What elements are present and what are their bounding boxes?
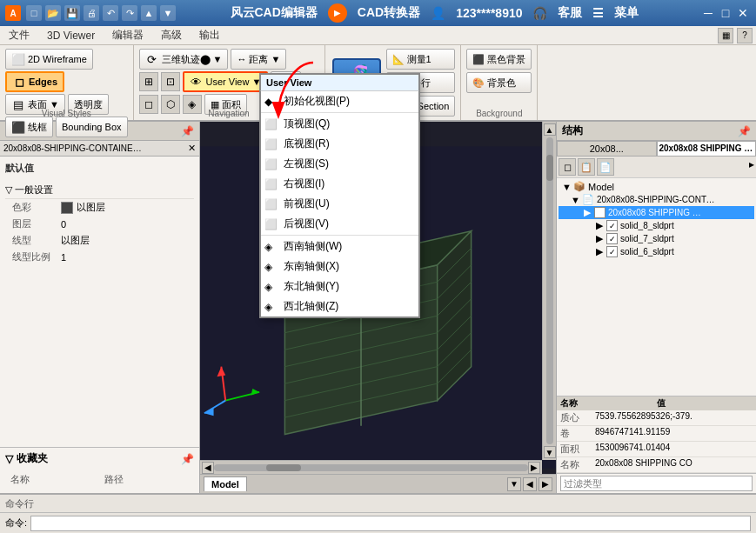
scroll-left-btn[interactable]: ◀	[202, 462, 214, 474]
btn-edges[interactable]: ◻ Edges	[5, 71, 64, 92]
view-item-ne[interactable]: ◈ 东北轴侧(Y)	[261, 276, 418, 296]
view-item-top[interactable]: ⬜ 顶视图(Q)	[261, 114, 418, 134]
scroll-down-btn[interactable]: ▼	[544, 446, 556, 458]
btn-3d-orbit[interactable]: ⟳ 三维轨迹⬤ ▼	[139, 49, 229, 70]
container-checkbox[interactable]: ✓	[594, 207, 605, 218]
btn-bounding-box[interactable]: Bounding Box	[56, 117, 128, 137]
up-icon[interactable]: ▲	[141, 5, 157, 21]
tree-tab-2[interactable]: 20x08x08 SHIPPING CONTAINER_st..	[657, 141, 757, 157]
open-icon[interactable]: 📂	[45, 5, 61, 21]
tree-node-solid7[interactable]: ▶ ✓ solid_7_sldprt	[559, 232, 754, 245]
expand-icon[interactable]: ▽	[5, 184, 12, 196]
tree-icon-expand[interactable]: ▸	[749, 158, 754, 176]
prop-linescale-label: 线型比例	[12, 250, 57, 263]
scroll-track[interactable]	[546, 137, 553, 444]
layout-icon[interactable]: ▦	[718, 28, 733, 43]
btn-bg-color[interactable]: 🎨 背景色	[466, 72, 532, 93]
tree-icon-3[interactable]: 📄	[597, 158, 614, 176]
btn-black-bg[interactable]: ⬛ 黑色背景	[466, 49, 532, 70]
filter-input[interactable]	[560, 476, 753, 491]
file-tab-close[interactable]: ✕	[188, 143, 196, 154]
view-item-se[interactable]: ◈ 东南轴侧(X)	[261, 257, 418, 276]
hscroll-track[interactable]	[214, 464, 528, 471]
vertical-scrollbar[interactable]: ▲ ▼	[542, 122, 556, 460]
minimize-button[interactable]: ─	[700, 5, 716, 21]
toolbar-group-visual-styles: ⬜ 2D Wireframe ◻ Edges ▤ 表面 ▼ 透明度 ⬛ 线框	[0, 45, 134, 120]
maximize-button[interactable]: □	[718, 5, 733, 21]
btn-distance[interactable]: ↔ 距离 ▼	[231, 49, 286, 70]
customer-service[interactable]: 客服	[558, 5, 582, 21]
nav-icon-1[interactable]: ⊞	[139, 72, 158, 91]
down-icon[interactable]: ▼	[160, 5, 176, 21]
nav-icon-2[interactable]: ⊡	[161, 72, 180, 91]
view-item-left[interactable]: ⬜ 左视图(S)	[261, 154, 418, 174]
btn-user-view[interactable]: 👁 User View ▼	[183, 71, 269, 92]
tree-node-model[interactable]: ▼ 📦 Model	[559, 180, 754, 193]
close-button[interactable]: ✕	[735, 5, 751, 21]
btn-measure1[interactable]: 📐 测量1	[386, 49, 456, 70]
user-id[interactable]: 123****8910	[456, 6, 522, 20]
view-item-right[interactable]: ⬜ 右视图(I)	[261, 174, 418, 194]
file-tab-name[interactable]: 20x08x08-SHIPPING-CONTAINER.stp	[3, 143, 143, 153]
new-icon[interactable]: □	[26, 5, 42, 21]
tree-node-file[interactable]: ▼ 📄 20x08x08-SHIPPING-CONTAINER.stp	[559, 193, 754, 206]
horizontal-scrollbar[interactable]: ◀ ▶	[200, 460, 542, 474]
color-icon: 🎨	[472, 77, 485, 89]
solid7-checkbox[interactable]: ✓	[606, 233, 618, 244]
file-expander[interactable]: ▼	[571, 195, 579, 205]
cad-converter-label[interactable]: CAD转换器	[358, 5, 420, 21]
view-item-nw[interactable]: ◈ 西北轴侧(Z)	[261, 296, 418, 316]
favorites-pin[interactable]: 📌	[181, 453, 194, 465]
dropdown-header: User View	[260, 74, 419, 91]
solid7-expander[interactable]: ▶	[595, 233, 604, 244]
scroll-up-btn[interactable]: ▲	[544, 123, 556, 136]
menu-bar: 文件 3D Viewer 编辑器 高级 输出 ▦ ?	[0, 26, 756, 45]
tree-node-solid6[interactable]: ▶ ✓ solid_6_sldprt	[559, 245, 754, 258]
wireframe-icon: ⬜	[11, 52, 25, 66]
tree-node-solid8[interactable]: ▶ ✓ solid_8_sldprt	[559, 219, 754, 232]
right-panel-pin[interactable]: 📌	[738, 125, 751, 137]
tab-scroll-left[interactable]: ◀	[523, 477, 537, 491]
model-expander[interactable]: ▼	[562, 182, 571, 192]
view-item-front[interactable]: ⬜ 前视图(U)	[261, 194, 418, 214]
menu-output[interactable]: 输出	[191, 26, 229, 44]
section-default-label: 默认值	[5, 160, 194, 177]
solid6-checkbox[interactable]: ✓	[606, 246, 618, 257]
favorites-expand-icon[interactable]: ▽	[5, 453, 13, 465]
print-icon[interactable]: 🖨	[84, 5, 99, 21]
tab-scroll-right[interactable]: ▶	[539, 477, 552, 491]
btn-2d-wireframe[interactable]: ⬜ 2D Wireframe	[5, 49, 93, 70]
menu-3dviewer[interactable]: 3D Viewer	[38, 28, 104, 43]
menu-file[interactable]: 文件	[0, 26, 38, 44]
save-icon[interactable]: 💾	[64, 5, 80, 21]
solid6-expander[interactable]: ▶	[595, 246, 604, 257]
file-icon: 📄	[582, 194, 594, 205]
solid8-checkbox[interactable]: ✓	[606, 220, 618, 231]
help-icon[interactable]: ?	[737, 28, 753, 43]
tree-icon-2[interactable]: 📋	[578, 158, 595, 176]
solid8-expander[interactable]: ▶	[595, 220, 604, 231]
tab-scroll-down[interactable]: ▼	[507, 477, 521, 491]
view-item-init[interactable]: ◆ 初始化视图(P)	[261, 91, 418, 111]
tree-node-container[interactable]: ▶ ✓ 20x08x08 SHIPPING CONTAINER_slc	[559, 206, 754, 219]
container-expander[interactable]: ▶	[583, 207, 592, 218]
tree-tab-1[interactable]: 20x08...	[557, 141, 657, 157]
view-item-back[interactable]: ⬜ 后视图(V)	[261, 214, 418, 234]
favorites-table: 名称 路径	[5, 470, 194, 490]
menu-advanced[interactable]: 高级	[152, 26, 191, 44]
left-panel-pin[interactable]: 📌	[181, 125, 194, 137]
hscroll-thumb[interactable]	[266, 464, 301, 471]
undo-icon[interactable]: ↶	[103, 5, 118, 21]
btn-wireframe[interactable]: ⬛ 线框	[5, 117, 53, 137]
view-item-sw[interactable]: ◈ 西南轴侧(W)	[261, 237, 418, 257]
model-tab[interactable]: Model	[204, 476, 247, 491]
redo-icon[interactable]: ↷	[122, 5, 137, 21]
menu-label[interactable]: 菜单	[614, 5, 639, 21]
view-item-bottom[interactable]: ⬜ 底视图(R)	[261, 134, 418, 154]
menu-editor[interactable]: 编辑器	[104, 26, 152, 44]
scroll-right-btn[interactable]: ▶	[528, 462, 540, 474]
tree-icon-1[interactable]: ◻	[559, 158, 576, 176]
command-input[interactable]	[30, 516, 751, 531]
prop-section-general: ▽ 一般设置 色彩 以图层 图层 0 线型 以图层 线型比例 1	[0, 180, 199, 267]
scroll-thumb[interactable]	[546, 155, 553, 181]
